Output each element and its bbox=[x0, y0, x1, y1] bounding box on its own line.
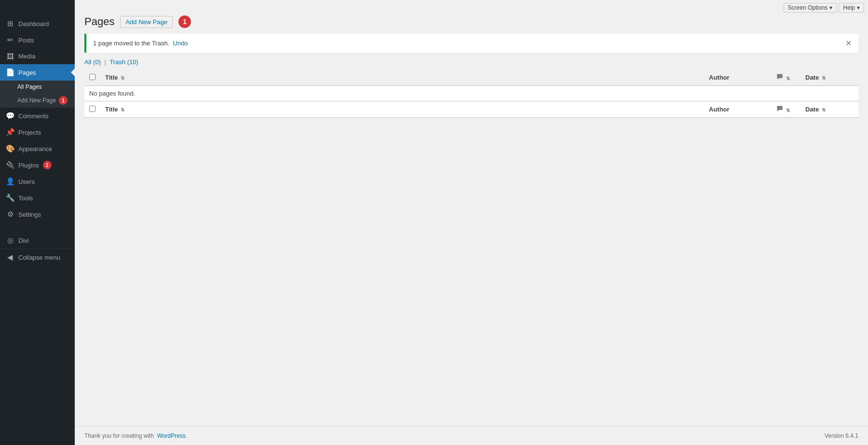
comments-sort-icon: ⇅ bbox=[786, 76, 790, 81]
table-header: Title ⇅ Author ⇅ Da bbox=[84, 70, 858, 86]
footer-thank-you-text: Thank you for creating with bbox=[84, 432, 154, 439]
select-all-column bbox=[84, 70, 100, 86]
undo-link[interactable]: Undo bbox=[173, 40, 188, 47]
sidebar-item-label: Divi bbox=[18, 237, 29, 244]
footer-comments-icon bbox=[776, 105, 783, 112]
all-pages-label: All Pages bbox=[17, 83, 42, 90]
wordpress-link[interactable]: WordPress bbox=[157, 432, 186, 439]
title-column-header[interactable]: Title ⇅ bbox=[100, 70, 704, 86]
version-text: Version 6.4.1 bbox=[825, 432, 858, 439]
help-label: Help bbox=[843, 4, 855, 11]
footer-select-all-checkbox[interactable] bbox=[89, 106, 95, 112]
sidebar-item-label: Appearance bbox=[18, 145, 52, 153]
sidebar-item-label: Comments bbox=[18, 112, 49, 120]
date-header-label: Date bbox=[805, 74, 819, 81]
table-row-empty: No pages found. bbox=[84, 86, 858, 101]
sidebar-item-label: Media bbox=[18, 53, 35, 60]
footer-title-label: Title bbox=[105, 106, 118, 113]
footer-author-label: Author bbox=[709, 106, 730, 113]
sidebar-item-label: Projects bbox=[18, 129, 41, 136]
page-title: Pages bbox=[84, 15, 114, 28]
filter-trash-label: Trash bbox=[109, 58, 125, 66]
sidebar-item-label: Plugins bbox=[18, 162, 39, 169]
layout: ⊞ Dashboard ✏ Posts 🖼 Media 📄 Pages All … bbox=[0, 0, 868, 445]
divi-icon: ◎ bbox=[6, 236, 14, 245]
sidebar-sub-item-add-new-page[interactable]: Add New Page 1 bbox=[6, 93, 75, 108]
sidebar-item-projects[interactable]: 📌 Projects bbox=[0, 124, 75, 140]
sidebar-item-label: Collapse menu bbox=[18, 254, 60, 261]
sidebar-sub-item-all-pages[interactable]: All Pages bbox=[6, 81, 75, 93]
sidebar-item-appearance[interactable]: 🎨 Appearance bbox=[0, 140, 75, 157]
filter-separator: | bbox=[105, 58, 106, 66]
sidebar-item-plugins[interactable]: 🔌 Plugins 1 bbox=[0, 157, 75, 173]
footer-comments-column[interactable]: ⇅ bbox=[772, 101, 800, 118]
tools-icon: 🔧 bbox=[6, 194, 14, 202]
sidebar-item-media[interactable]: 🖼 Media bbox=[0, 48, 75, 64]
comments-column-header[interactable]: ⇅ bbox=[772, 70, 800, 86]
empty-message: No pages found. bbox=[84, 86, 858, 101]
filter-trash-count: (10) bbox=[127, 58, 138, 66]
posts-icon: ✏ bbox=[6, 36, 14, 44]
add-new-page-label: Add New Page bbox=[17, 97, 56, 104]
comments-icon: 💬 bbox=[6, 111, 14, 120]
notice-text: 1 page moved to the Trash. Undo bbox=[93, 40, 188, 47]
sidebar-item-tools[interactable]: 🔧 Tools bbox=[0, 190, 75, 206]
filter-bar: All (0) | Trash (10) bbox=[84, 58, 858, 66]
plugins-icon: 🔌 bbox=[6, 161, 14, 169]
pages-submenu: All Pages Add New Page 1 bbox=[0, 81, 75, 108]
footer-select-all-column bbox=[84, 101, 100, 118]
top-bar: Screen Options ▾ Help ▾ bbox=[780, 0, 868, 15]
add-new-page-button[interactable]: Add New Page bbox=[120, 16, 173, 28]
filter-trash-link[interactable]: Trash (10) bbox=[109, 58, 138, 66]
screen-options-button[interactable]: Screen Options ▾ bbox=[784, 3, 837, 13]
screen-options-label: Screen Options bbox=[788, 4, 828, 11]
author-column-header: Author bbox=[704, 70, 772, 86]
footer-title-sort-icon: ⇅ bbox=[121, 107, 124, 112]
sidebar-item-label: Users bbox=[18, 178, 35, 185]
date-column-header[interactable]: Date ⇅ bbox=[800, 70, 858, 86]
page-header: Pages Add New Page 1 bbox=[84, 15, 858, 28]
add-new-button-label: Add New Page bbox=[125, 18, 167, 26]
filter-all-link[interactable]: All (0) bbox=[84, 58, 103, 66]
help-button[interactable]: Help ▾ bbox=[839, 3, 864, 13]
page-footer: Thank you for creating with WordPress. V… bbox=[75, 426, 868, 445]
filter-all-label: All bbox=[84, 58, 91, 66]
sidebar-item-collapse-menu[interactable]: ◀ Collapse menu bbox=[0, 249, 75, 265]
sidebar-item-label: Pages bbox=[18, 69, 36, 76]
media-icon: 🖼 bbox=[6, 52, 14, 60]
sidebar-item-label: Tools bbox=[18, 195, 33, 202]
pages-table: Title ⇅ Author ⇅ Da bbox=[84, 70, 858, 118]
footer-comments-sort-icon: ⇅ bbox=[786, 108, 790, 113]
table-body: No pages found. bbox=[84, 86, 858, 101]
plugins-badge: 1 bbox=[43, 161, 52, 169]
title-header-label: Title bbox=[105, 74, 118, 81]
sidebar-item-label: Settings bbox=[18, 211, 41, 218]
sidebar-item-pages[interactable]: 📄 Pages bbox=[0, 64, 75, 81]
footer-thank-you: Thank you for creating with WordPress. bbox=[84, 432, 187, 439]
page-header-badge: 1 bbox=[178, 15, 191, 28]
footer-date-label: Date bbox=[805, 106, 819, 113]
screen-options-arrow-icon: ▾ bbox=[829, 4, 832, 11]
sidebar-item-settings[interactable]: ⚙ Settings bbox=[0, 206, 75, 222]
trash-notice: 1 page moved to the Trash. Undo ✕ bbox=[84, 34, 858, 53]
dashboard-icon: ⊞ bbox=[6, 19, 14, 28]
footer-title-column[interactable]: Title ⇅ bbox=[100, 101, 704, 118]
notice-close-button[interactable]: ✕ bbox=[845, 39, 852, 48]
appearance-icon: 🎨 bbox=[6, 144, 14, 153]
comments-bubble-icon bbox=[776, 73, 783, 80]
settings-icon: ⚙ bbox=[6, 210, 14, 219]
pages-icon: 📄 bbox=[6, 68, 14, 77]
sidebar-item-users[interactable]: 👤 Users bbox=[0, 173, 75, 190]
select-all-checkbox[interactable] bbox=[89, 74, 95, 80]
notice-message: 1 page moved to the Trash. bbox=[93, 40, 169, 47]
footer-date-sort-icon: ⇅ bbox=[822, 107, 826, 112]
sidebar-item-posts[interactable]: ✏ Posts bbox=[0, 32, 75, 48]
sidebar-item-divi[interactable]: ◎ Divi bbox=[0, 232, 75, 249]
sidebar-item-dashboard[interactable]: ⊞ Dashboard bbox=[0, 15, 75, 32]
footer-date-column[interactable]: Date ⇅ bbox=[800, 101, 858, 118]
users-icon: 👤 bbox=[6, 177, 14, 186]
sidebar-item-comments[interactable]: 💬 Comments bbox=[0, 108, 75, 124]
author-header-label: Author bbox=[709, 74, 730, 81]
sidebar-item-label: Posts bbox=[18, 37, 34, 44]
sidebar-arrow-icon bbox=[71, 69, 75, 76]
